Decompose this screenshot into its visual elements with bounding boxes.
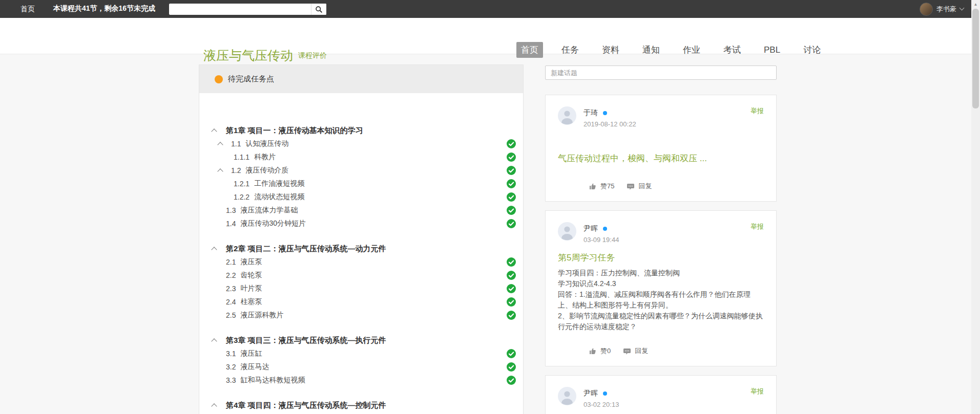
like-button[interactable]: 赞75: [589, 182, 614, 191]
nav-tab-任务[interactable]: 任务: [557, 42, 583, 58]
completed-check-icon: [507, 297, 516, 307]
section-label: 液压泵: [240, 257, 262, 267]
section-row[interactable]: 1.2.2流动状态短视频: [199, 190, 523, 204]
section-row[interactable]: 2.5液压源科教片: [199, 309, 523, 322]
report-link[interactable]: 举报: [750, 387, 764, 396]
section-number: 3.1: [226, 350, 236, 358]
chapter-row[interactable]: 第1章 项目一：液压传动基本知识的学习: [199, 124, 523, 137]
section-label: 科教片: [254, 152, 276, 162]
completed-check-icon: [507, 139, 516, 148]
search-button[interactable]: [311, 4, 326, 15]
chevron-up-icon[interactable]: [217, 142, 223, 147]
chapter-group: 第1章 项目一：液压传动基本知识的学习1.1认知液压传动1.1.1科教片1.2液…: [199, 124, 523, 230]
post-author[interactable]: 尹晖: [583, 224, 598, 233]
section-row[interactable]: 4.1方向控制阀: [199, 412, 523, 414]
section-number: 3.2: [226, 363, 236, 371]
section-number: 2.1: [226, 258, 236, 266]
section-row[interactable]: 2.3叶片泵: [199, 282, 523, 295]
section-number: 1.3: [226, 206, 236, 214]
chapter-row[interactable]: 第2章 项目二：液压与气压传动系统—动力元件: [199, 242, 523, 255]
chevron-up-icon[interactable]: [211, 403, 217, 409]
search-box: [169, 4, 326, 15]
avatar-person-icon: [558, 387, 576, 405]
course-eval-link[interactable]: 课程评价: [298, 51, 327, 60]
like-icon: [589, 347, 597, 355]
top-navbar: 首页 本课程共41节，剩余16节未完成 李书豪: [0, 0, 980, 18]
chevron-up-icon[interactable]: [211, 247, 217, 252]
completed-check-icon: [507, 192, 516, 202]
nav-tab-考试[interactable]: 考试: [719, 42, 745, 58]
user-avatar[interactable]: [920, 3, 933, 16]
nav-tab-首页[interactable]: 首页: [516, 42, 543, 58]
section-label: 液压缸: [240, 349, 262, 358]
post-body-line: 回答：1.溢流阀、减压阀和顺序阀各有什么作用？他们在原理上、结构上和图形符号上有…: [558, 289, 764, 311]
user-menu[interactable]: 李书豪: [920, 2, 964, 16]
completed-check-icon: [507, 311, 516, 320]
completed-check-icon: [507, 257, 516, 267]
completed-check-icon: [507, 206, 516, 215]
section-row[interactable]: 1.1认知液压传动: [199, 137, 523, 150]
section-row[interactable]: 1.1.1科教片: [199, 150, 523, 164]
forum-post: 尹晖03-02 20:13举报: [545, 375, 777, 414]
post-title[interactable]: 气压传动过程中，梭阀、与阀和双压 ...: [558, 152, 764, 164]
post-time: 03-09 19:44: [583, 236, 619, 244]
post-body-line: 学习知识点4.2-4.3: [558, 278, 764, 289]
section-number: 2.2: [226, 271, 236, 279]
section-number: 2.3: [226, 285, 236, 293]
user-name: 李书豪: [936, 5, 956, 14]
post-author[interactable]: 于琦: [583, 108, 598, 118]
scrollbar-up-arrow-icon[interactable]: ▲: [971, 0, 980, 9]
section-row[interactable]: 2.1液压泵: [199, 255, 523, 269]
report-link[interactable]: 举报: [750, 106, 764, 116]
post-body-line: 学习项目四：压力控制阀、流量控制阀: [558, 268, 764, 278]
section-row[interactable]: 3.1液压缸: [199, 347, 523, 360]
section-number: 1.2: [231, 166, 241, 175]
post-body: 学习项目四：压力控制阀、流量控制阀学习知识点4.2-4.3回答：1.溢流阀、减压…: [558, 268, 764, 332]
post-header: 于琦2019-08-12 00:22: [558, 106, 764, 128]
completed-check-icon: [507, 376, 516, 385]
post-author[interactable]: 尹晖: [583, 389, 598, 398]
completed-check-icon: [507, 219, 516, 228]
chapter-row[interactable]: 第3章 项目三：液压与气压传动系统—执行元件: [199, 334, 523, 347]
topbar-home-link[interactable]: 首页: [20, 5, 35, 14]
chapter-title: 第2章 项目二：液压与气压传动系统—动力元件: [226, 244, 386, 254]
like-icon: [589, 182, 597, 190]
nav-tab-资料[interactable]: 资料: [597, 42, 624, 58]
section-label: 液压流体力学基础: [240, 206, 298, 215]
chapter-title: 第1章 项目一：液压传动基本知识的学习: [226, 126, 363, 136]
course-tabs: 首页任务资料通知作业考试PBL讨论: [516, 42, 825, 58]
chapter-group: 第4章 项目四：液压与气压传动系统—控制元件4.1方向控制阀: [199, 399, 523, 414]
search-input[interactable]: [169, 4, 311, 15]
online-dot-icon: [603, 111, 607, 115]
nav-tab-通知[interactable]: 通知: [638, 42, 664, 58]
report-link[interactable]: 举报: [750, 222, 764, 231]
section-row[interactable]: 3.2液压马达: [199, 360, 523, 374]
course-progress-text: 本课程共41节，剩余16节未完成: [53, 4, 155, 13]
section-row[interactable]: 3.3缸和马达科教短视频: [199, 374, 523, 387]
like-button[interactable]: 赞0: [589, 346, 611, 356]
like-count-label: 赞75: [600, 182, 614, 191]
section-row[interactable]: 2.4柱塞泵: [199, 295, 523, 309]
new-topic-input[interactable]: [545, 66, 777, 80]
chevron-up-icon[interactable]: [211, 338, 217, 344]
browser-scrollbar[interactable]: ▲: [971, 0, 980, 414]
chevron-up-icon[interactable]: [211, 128, 217, 134]
completed-check-icon: [507, 271, 516, 280]
section-row[interactable]: 1.4液压传动30分钟短片: [199, 217, 523, 230]
nav-tab-作业[interactable]: 作业: [678, 42, 705, 58]
section-row[interactable]: 1.3液压流体力学基础: [199, 204, 523, 217]
chapter-row[interactable]: 第4章 项目四：液压与气压传动系统—控制元件: [199, 399, 523, 412]
chevron-down-icon: [960, 6, 965, 11]
nav-tab-PBL[interactable]: PBL: [759, 43, 785, 57]
section-row[interactable]: 2.2齿轮泵: [199, 269, 523, 282]
post-header: 尹晖03-09 19:44: [558, 222, 764, 244]
post-title[interactable]: 第5周学习任务: [558, 252, 764, 264]
section-row[interactable]: 1.2液压传动介质: [199, 164, 523, 177]
reply-button[interactable]: 回复: [627, 182, 652, 191]
scrollbar-thumb[interactable]: [972, 9, 979, 108]
nav-tab-讨论[interactable]: 讨论: [799, 42, 825, 58]
section-row[interactable]: 1.2.1工作油液短视频: [199, 177, 523, 190]
chevron-up-icon[interactable]: [217, 168, 223, 174]
reply-button[interactable]: 回复: [623, 346, 648, 356]
search-icon: [315, 6, 323, 13]
